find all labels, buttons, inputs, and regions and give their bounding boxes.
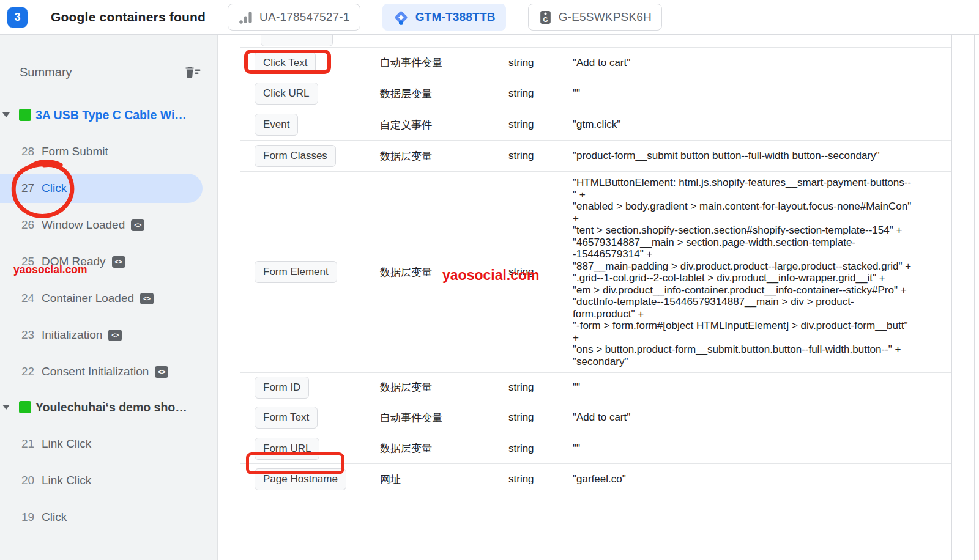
variable-name-chip: Form Element [255,261,337,283]
variable-row: Form ID 数据层变量 string "" [240,373,951,402]
variable-type-cell: 自定义事件 [380,118,508,132]
container-group-label: Youlechuhai‘s demo sho… [35,400,187,414]
code-icon [112,256,125,268]
tag-assistant-window: 3 Google containers found UA-178547527-1… [0,0,979,560]
value-line: "em > div.product__info-container.produc… [573,284,915,297]
event-label: Window Loaded [42,218,125,232]
event-label: Link Click [42,437,91,451]
value-line: "HTMLButtonElement: html.js.shopify-feat… [573,177,915,201]
summary-row[interactable]: Summary [20,63,201,81]
event-label: Link Click [42,474,91,487]
variable-row: Form URL 数据层变量 string "" [240,433,951,464]
container-count-badge: 3 [7,7,28,28]
event-list-item[interactable]: 22 Consent Initialization [0,357,217,386]
event-number: 23 [21,328,39,342]
variable-row: Form Classes 数据层变量 string "product-form_… [240,141,951,172]
code-icon [140,293,154,304]
value-line: "ons > button.product-form__submit.butto… [573,344,915,356]
container-chip[interactable]: G G-E5SWKPSK6H [528,4,662,31]
event-number: 21 [21,437,39,451]
event-label: Click [42,510,67,524]
value-line: "secondary" [573,356,915,368]
sidebar-groups: 3A USB Type C Cable Wi… 28 Form Submit 2… [0,106,217,532]
container-status-square [19,109,31,121]
svg-text:G: G [543,16,548,23]
container-group-title[interactable]: Youlechuhai‘s demo sho… [0,398,217,416]
value-line: "-form > form.form#[object HTMLInputElem… [573,320,915,344]
event-sidebar: Summary 3A USB Type C Cable Wi… 28 Form … [0,35,218,560]
event-list-item[interactable]: 19 Click [0,503,217,532]
event-number: 26 [21,218,39,232]
ga4-tag-icon: G [538,10,553,25]
event-number: 22 [21,365,39,378]
header-bar: 3 Google containers found UA-178547527-1… [0,0,979,35]
event-list-item[interactable]: 26 Window Loaded [0,210,217,240]
variable-row: Click Text 自动事件变量 string "Add to cart" [240,48,951,78]
variable-name-cell: Form Classes [240,145,380,167]
variable-value-cell: "garfeel.co" [573,468,951,490]
variables-panel: Click Text 自动事件变量 string "Add to cart" C… [218,35,979,560]
variable-name-chip: Form Classes [255,145,336,167]
variable-type-cell: 数据层变量 [380,441,508,455]
variable-row: Page Hostname 网址 string "garfeel.co" [240,464,951,495]
partial-row-bottom [240,495,951,511]
gtm-diamond-icon [393,9,409,26]
event-label: Initialization [42,328,102,342]
value-line: "46579314887__main > section.page-width.… [573,237,915,260]
event-list-item[interactable]: 27 Click [0,174,203,203]
variable-type-cell: 网址 [380,473,508,487]
value-line: "enabled > body.gradient > main.content-… [573,201,915,224]
scrollbar-track[interactable] [974,35,975,560]
code-icon [131,219,144,231]
variable-name-chip: Form ID [255,377,309,399]
value-line: "887__main-padding > div.product.product… [573,260,915,273]
event-list-item[interactable]: 28 Form Submit [0,137,217,166]
trash-clear-icon[interactable] [183,65,201,79]
variable-value-cell: "" [573,438,951,460]
variable-value-cell: "" [573,83,951,105]
event-list-item[interactable]: 24 Container Loaded [0,284,217,313]
container-id: GTM-T388TTB [415,10,496,24]
variable-name-cell: Event [240,114,380,136]
value-line: "tent > section.shopify-section.section#… [573,224,915,237]
variable-name-chip: Event [255,114,298,136]
event-number: 20 [21,474,39,487]
variable-type-cell: 自动事件变量 [380,56,508,70]
variable-row: Click URL 数据层变量 string "" [240,78,951,109]
variables-table: Click Text 自动事件变量 string "Add to cart" C… [240,35,952,560]
code-icon [155,366,168,378]
variable-row: Form Text 自动事件变量 string "Add to cart" [240,402,951,433]
variable-value-cell: "product-form__submit button button--ful… [573,145,951,167]
variable-name-chip: Form URL [255,438,319,460]
event-label: Click [42,182,67,195]
event-label: Consent Initialization [42,365,149,378]
event-number: 19 [21,510,39,524]
value-type-cell: string [508,473,573,485]
analytics-bars-icon [238,10,253,25]
container-chips: UA-178547527-1 GTM-T388TTB G G-E5SWKPSK6… [206,4,662,31]
value-line: "ductInfo-template--15446579314887__main… [573,296,915,320]
variable-name-cell: Form Element [240,261,380,283]
chevron-down-icon [2,112,10,117]
event-list-item[interactable]: 20 Link Click [0,466,217,495]
container-group-title[interactable]: 3A USB Type C Cable Wi… [0,106,217,124]
value-type-cell: string [508,150,573,162]
summary-label: Summary [20,65,72,79]
event-list-item[interactable]: 23 Initialization [0,320,217,350]
value-line: ".grid--1-col.grid--2-col-tablet > div.p… [573,272,915,284]
event-number: 28 [21,145,39,158]
event-list-item[interactable]: 21 Link Click [0,429,217,459]
variable-value-cell: "Add to cart" [573,52,951,74]
container-group-label: 3A USB Type C Cable Wi… [35,108,187,122]
variable-value-cell: "Add to cart" [573,407,951,429]
value-type-cell: string [508,119,573,131]
variable-name-chip: Click Text [255,52,316,74]
watermark-text: yaosocial.com [442,267,540,284]
variable-name-cell: Form Text [240,407,380,429]
variable-value-cell: "" [573,377,951,399]
variable-type-cell: 数据层变量 [380,380,508,394]
container-chip[interactable]: UA-178547527-1 [228,4,360,31]
page-title: Google containers found [51,10,206,24]
container-chip[interactable]: GTM-T388TTB [382,4,506,31]
event-number: 27 [21,182,39,195]
